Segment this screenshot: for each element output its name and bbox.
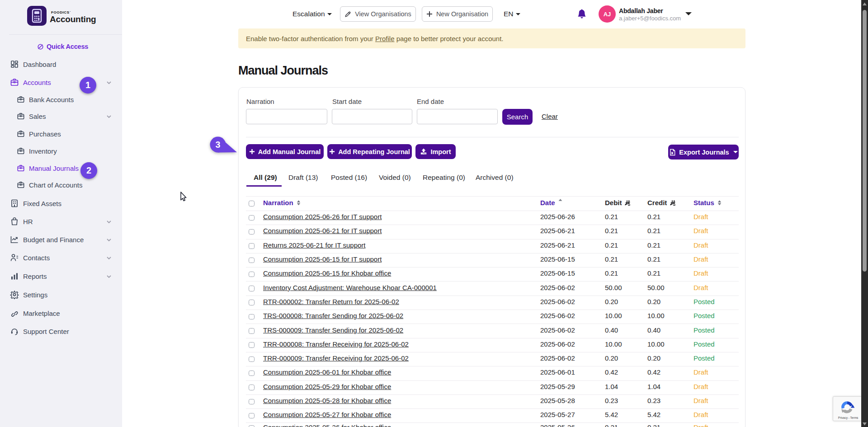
svg-text:3: 3 xyxy=(215,140,220,150)
